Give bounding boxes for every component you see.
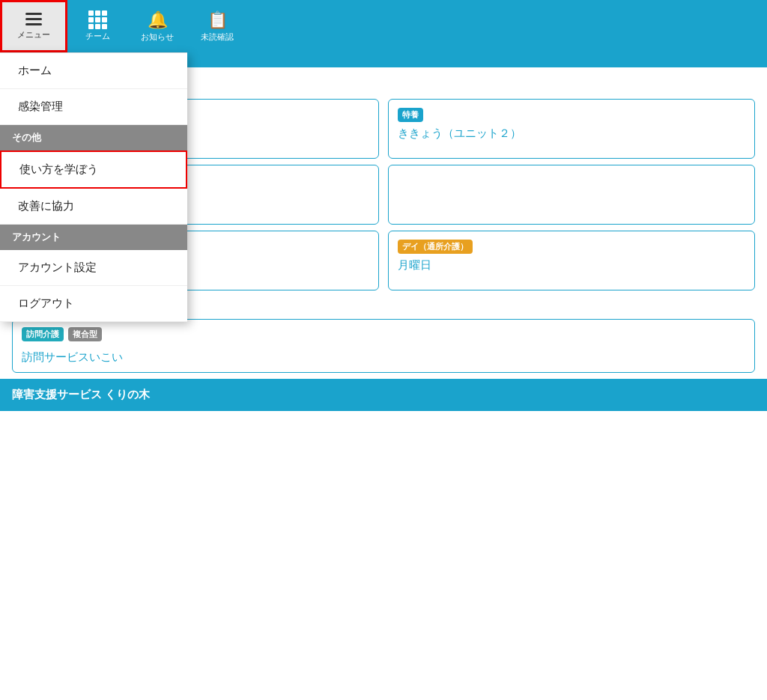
hamburger-icon xyxy=(25,13,42,25)
menu-home[interactable]: ホーム xyxy=(0,53,187,89)
notice-nav-item[interactable]: 🔔 お知らせ xyxy=(127,0,187,52)
dropdown-menu: ホーム 感染管理 その他 使い方を学ぼう 改善に協力 アカウント アカウント設定… xyxy=(0,52,187,322)
menu-improve[interactable]: 改善に協力 xyxy=(0,189,187,225)
team-label: チーム xyxy=(85,31,110,42)
houmon-badge-row: 訪問介護 複合型 xyxy=(22,327,745,346)
menu-learn[interactable]: 使い方を学ぼう xyxy=(0,150,187,189)
menu-infection[interactable]: 感染管理 xyxy=(0,89,187,125)
checklist-icon: 📋 xyxy=(207,10,228,30)
menu-section-other: その他 xyxy=(0,125,187,150)
card-tokuyo[interactable]: 特養 ききょう（ユニット２） xyxy=(388,99,755,159)
card-day-monday-title: 月曜日 xyxy=(398,258,745,273)
notice-label: お知らせ xyxy=(141,31,174,43)
badge-tokuyo: 特養 xyxy=(398,108,423,122)
card-tokuyo-title: ききょう（ユニット２） xyxy=(398,127,745,141)
unconfirmed-label: 未読確認 xyxy=(201,31,234,43)
badge-day2: デイ（通所介護） xyxy=(398,240,473,254)
card-houmon[interactable]: 訪問介護 複合型 訪問サービスいこい xyxy=(12,319,755,373)
bell-icon: 🔔 xyxy=(148,10,168,30)
menu-label: メニュー xyxy=(17,29,50,40)
badge-houmon: 訪問介護 xyxy=(22,327,64,341)
unconfirmed-nav-item[interactable]: 📋 未読確認 xyxy=(187,0,247,52)
menu-account-settings[interactable]: アカウント設定 xyxy=(0,250,187,286)
grid-icon xyxy=(88,10,107,29)
card-placeholder-right2 xyxy=(388,165,755,225)
badge-fukugo: 複合型 xyxy=(68,327,102,341)
menu-button[interactable]: メニュー xyxy=(0,0,67,52)
menu-section-account: アカウント xyxy=(0,225,187,250)
bottom-bar: 障害支援サービス くりの木 xyxy=(0,379,767,411)
card-day-monday[interactable]: デイ（通所介護） 月曜日 xyxy=(388,231,755,290)
card-houmon-title: 訪問サービスいこい xyxy=(22,350,745,365)
topbar: メニュー チーム 🔔 お知らせ 📋 未読確認 xyxy=(0,0,767,52)
team-nav-item[interactable]: チーム xyxy=(67,0,127,52)
menu-logout[interactable]: ログアウト xyxy=(0,286,187,322)
